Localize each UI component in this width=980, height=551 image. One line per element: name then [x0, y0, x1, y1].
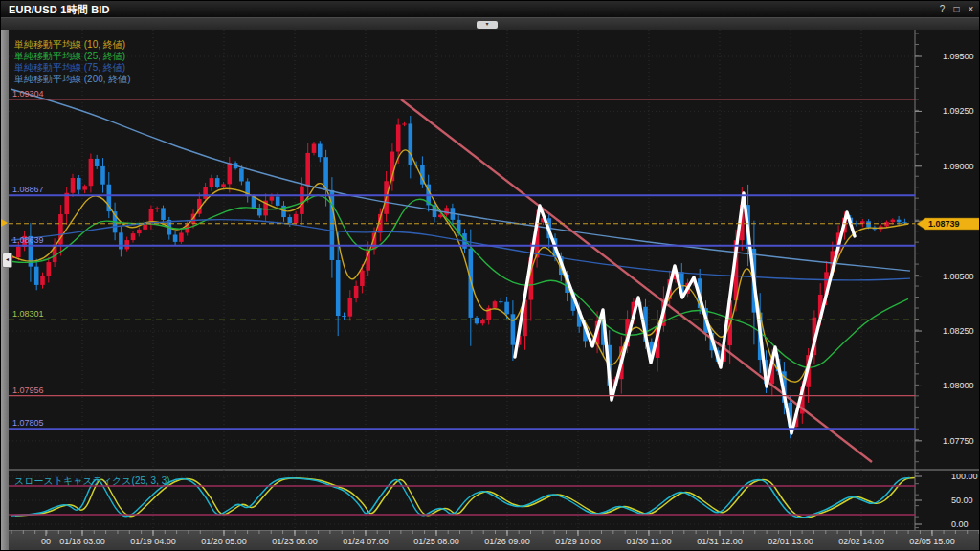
- help-button[interactable]: ?: [936, 3, 948, 15]
- chart-canvas[interactable]: [1, 1, 980, 551]
- app-window: 単純移動平均線 (10, 終値) 単純移動平均線 (25, 終値) 単純移動平均…: [0, 0, 980, 551]
- axis-layer: [11, 30, 979, 536]
- window-title: EUR/USD 1時間 BID: [9, 3, 110, 17]
- sub-toolbar: ▾: [1, 17, 980, 30]
- title-bar[interactable]: EUR/USD 1時間 BID ? □ ×: [1, 1, 980, 17]
- toolbar-collapse-handle[interactable]: ▾: [477, 21, 498, 29]
- current-price-left-marker: [1, 219, 8, 227]
- left-splitter[interactable]: [1, 30, 9, 551]
- main-pane-layer: [11, 89, 910, 462]
- grid-layer: [9, 30, 915, 529]
- stochastic-layer: [11, 478, 915, 518]
- ma-line-SMA200[interactable]: [11, 89, 910, 271]
- left-collapse-handle[interactable]: ◂: [2, 253, 12, 268]
- close-button[interactable]: ×: [965, 3, 977, 15]
- maximize-button[interactable]: □: [950, 3, 963, 15]
